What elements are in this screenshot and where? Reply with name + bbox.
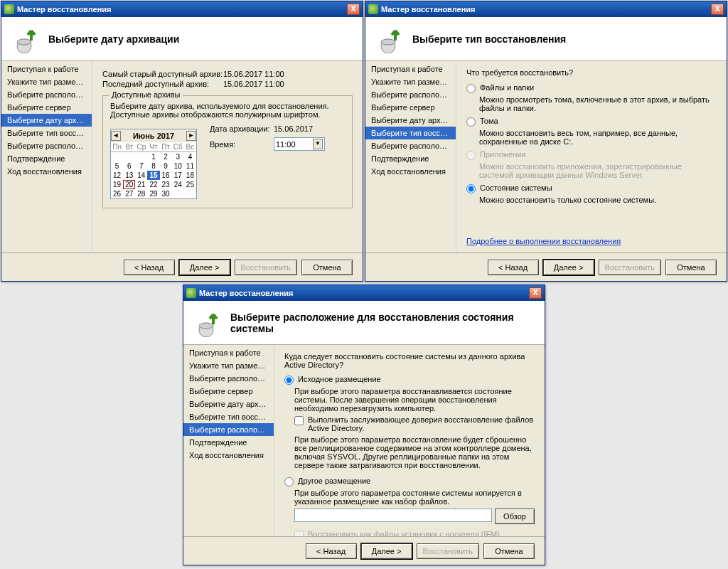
svg-point-5 <box>199 323 213 329</box>
sidebar-step[interactable]: Выберите располож... <box>1 88 92 101</box>
titlebar[interactable]: Мастер восстановления X <box>183 285 545 301</box>
cal-day[interactable]: 28 <box>135 189 147 198</box>
titlebar[interactable]: Мастер восстановления X <box>365 1 727 17</box>
alt-location-path[interactable] <box>294 509 492 522</box>
sidebar-step[interactable]: Выберите дату архив... <box>365 114 456 127</box>
cal-title: Июнь 2017 <box>133 132 174 140</box>
cal-day[interactable]: 22 <box>147 180 159 189</box>
cal-day[interactable]: 17 <box>172 171 184 180</box>
cal-day[interactable]: 24 <box>172 180 184 189</box>
cancel-button[interactable]: Отмена <box>483 543 535 559</box>
sidebar-step[interactable]: Выберите располож... <box>183 372 274 385</box>
sidebar-step[interactable]: Приступая к работе <box>365 63 456 75</box>
cal-day[interactable]: 8 <box>147 161 159 171</box>
restore-type-option[interactable]: Состояние системы <box>466 184 717 193</box>
radio-input[interactable] <box>466 117 476 127</box>
sidebar-step[interactable]: Ход восстановления <box>365 165 456 178</box>
radio-input[interactable] <box>284 376 294 385</box>
sidebar-step[interactable]: Выберите дату архив... <box>1 114 92 127</box>
cal-day[interactable]: 13 <box>123 171 135 180</box>
sidebar-step[interactable]: Выберите дату архив... <box>183 398 274 410</box>
cal-day[interactable]: 21 <box>135 180 147 189</box>
browse-button[interactable]: Обзор <box>495 509 535 524</box>
sidebar-step[interactable]: Выберите сервер <box>183 385 274 398</box>
cal-day[interactable]: 2 <box>160 152 172 161</box>
sidebar-step[interactable]: Укажите тип размещ... <box>1 75 92 88</box>
sidebar-step[interactable]: Приступая к работе <box>1 63 92 75</box>
cal-day[interactable]: 19 <box>111 180 123 189</box>
sidebar-step[interactable]: Подтверждение <box>365 152 456 165</box>
chevron-down-icon[interactable]: ▼ <box>313 139 323 149</box>
cal-day[interactable]: 12 <box>111 171 123 180</box>
cancel-button[interactable]: Отмена <box>301 260 353 275</box>
time-combobox[interactable]: 11:00 ▼ <box>274 137 325 151</box>
close-icon[interactable]: X <box>347 4 360 15</box>
cal-day[interactable]: 23 <box>160 180 172 189</box>
next-button[interactable]: Далее > <box>361 543 412 559</box>
close-icon[interactable]: X <box>529 287 542 299</box>
restore-wizard-icon <box>193 309 222 337</box>
sidebar-step[interactable]: Ход восстановления <box>183 449 274 462</box>
cal-day[interactable]: 30 <box>160 189 172 198</box>
radio-input[interactable] <box>284 477 294 486</box>
sidebar-step[interactable]: Выберите располож... <box>365 139 456 152</box>
calendar[interactable]: ◄ Июнь 2017 ► ПнВтСрЧтПтСбВс 12345678910… <box>110 129 197 199</box>
sidebar-step[interactable]: Выберите тип восста... <box>183 410 274 423</box>
sidebar-step[interactable]: Укажите тип размещ... <box>365 75 456 88</box>
cal-day[interactable]: 29 <box>147 189 159 198</box>
cal-day[interactable]: 27 <box>123 189 135 198</box>
cal-day[interactable]: 11 <box>184 161 196 171</box>
sidebar-step[interactable]: Выберите располож... <box>365 88 456 101</box>
cancel-button[interactable]: Отмена <box>665 260 717 275</box>
cal-day <box>111 152 123 161</box>
radio-input[interactable] <box>466 84 476 93</box>
sidebar-step[interactable]: Выберите тип восста... <box>365 127 456 139</box>
sidebar-step[interactable]: Ход восстановления <box>1 165 92 178</box>
cal-day[interactable]: 26 <box>111 189 123 198</box>
next-button[interactable]: Далее > <box>543 260 594 275</box>
cal-day[interactable]: 20 <box>123 180 135 189</box>
sidebar-step[interactable]: Выберите сервер <box>1 101 92 114</box>
sidebar-step[interactable]: Выберите располож... <box>1 139 92 152</box>
radio-desc: Можно просмотреть тома, включенные в это… <box>479 95 717 112</box>
cal-day[interactable]: 10 <box>172 161 184 171</box>
cal-day[interactable]: 5 <box>111 161 123 171</box>
back-button[interactable]: < Назад <box>488 260 539 275</box>
sidebar-step[interactable]: Укажите тип размещ... <box>183 359 274 372</box>
cal-next-month[interactable]: ► <box>186 131 196 141</box>
authoritative-restore-checkbox[interactable]: Выполнить заслуживающее доверия восстано… <box>294 415 535 432</box>
radio-input[interactable] <box>466 184 476 193</box>
sidebar-step[interactable]: Подтверждение <box>1 152 92 165</box>
sidebar-step[interactable]: Выберите тип восста... <box>1 127 92 139</box>
sidebar-step[interactable]: Приступая к работе <box>183 346 274 359</box>
sidebar-step[interactable]: Подтверждение <box>183 436 274 449</box>
available-archives-fieldset: Доступные архивы Выберите дату архива, и… <box>102 95 353 208</box>
restore-type-option[interactable]: Тома <box>466 117 717 127</box>
titlebar[interactable]: Мастер восстановления X <box>1 1 363 17</box>
restore-type-option[interactable]: Файлы и папки <box>466 83 717 93</box>
radio-original-location[interactable]: Исходное размещение <box>284 375 535 385</box>
cal-day[interactable]: 25 <box>184 180 196 189</box>
cal-day[interactable]: 16 <box>160 171 172 180</box>
wizard-header: Выберите тип восстановления <box>365 17 727 61</box>
cal-prev-month[interactable]: ◄ <box>111 131 121 141</box>
cal-day[interactable]: 7 <box>135 161 147 171</box>
cal-day[interactable]: 4 <box>184 152 196 161</box>
cal-day[interactable]: 14 <box>135 171 147 180</box>
radio-alt-location[interactable]: Другое размещение <box>284 477 535 486</box>
cal-day[interactable]: 15 <box>147 171 159 180</box>
checkbox-label: Выполнить заслуживающее доверия восстано… <box>308 415 535 432</box>
back-button[interactable]: < Назад <box>306 543 357 559</box>
sidebar-step[interactable]: Выберите располож... <box>183 423 274 436</box>
checkbox-input[interactable] <box>294 416 304 425</box>
cal-day[interactable]: 9 <box>160 161 172 171</box>
next-button[interactable]: Далее > <box>179 260 230 275</box>
cal-day[interactable]: 6 <box>123 161 135 171</box>
close-icon[interactable]: X <box>711 4 724 15</box>
sidebar-step[interactable]: Выберите сервер <box>365 101 456 114</box>
cal-day[interactable]: 3 <box>172 152 184 161</box>
cal-day[interactable]: 1 <box>147 152 159 161</box>
back-button[interactable]: < Назад <box>124 260 175 275</box>
learn-more-link[interactable]: Подробнее о выполнении восстановления <box>466 237 621 245</box>
cal-day[interactable]: 18 <box>184 171 196 180</box>
